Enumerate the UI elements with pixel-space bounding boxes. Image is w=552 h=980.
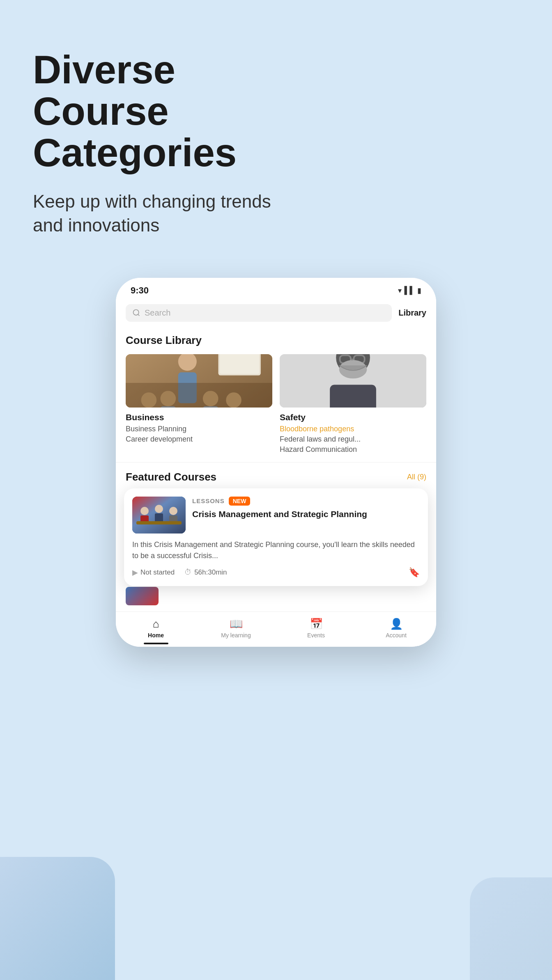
clock-icon: ⏱ <box>184 568 192 577</box>
nav-my-learning-label: My learning <box>221 632 251 639</box>
course-duration-text: 56h:30min <box>194 568 227 577</box>
course-card-top: LESSONS NEW Crisis Management and Strate… <box>132 497 420 534</box>
nav-events[interactable]: 📅 Events <box>276 618 356 644</box>
person-icon: 👤 <box>390 618 403 630</box>
business-item-1: Business Planning <box>126 425 272 433</box>
nav-account-label: Account <box>386 632 407 639</box>
course-meta: ▶ Not started ⏱ 56h:30min 🔖 <box>132 567 420 578</box>
course-info: LESSONS NEW Crisis Management and Strate… <box>192 497 420 534</box>
bookmark-icon[interactable]: 🔖 <box>409 567 420 578</box>
business-category-name: Business <box>126 412 272 422</box>
status-bar: 9:30 ▾ ▌▌ ▮ <box>116 278 436 300</box>
course-title: Crisis Management and Strategic Planning <box>192 509 367 519</box>
course-description: In this Crisis Management and Strategic … <box>132 539 420 561</box>
lessons-badge-row: LESSONS NEW <box>192 497 420 506</box>
search-area: Search Library <box>116 300 436 327</box>
svg-point-7 <box>161 391 176 406</box>
safety-category-image <box>280 354 426 408</box>
partial-course-thumbnail <box>126 587 159 605</box>
svg-point-9 <box>203 391 218 406</box>
safety-item-2: Federal laws and regul... <box>280 435 426 444</box>
book-icon: 📖 <box>230 618 243 630</box>
hero-title: Diverse Course Categories <box>33 49 320 173</box>
play-icon: ▶ <box>132 568 138 577</box>
battery-icon: ▮ <box>417 286 421 295</box>
category-grid: Business Business Planning Career develo… <box>126 354 426 456</box>
calendar-icon: 📅 <box>310 618 323 630</box>
nav-my-learning[interactable]: 📖 My learning <box>196 618 276 644</box>
lessons-badge-text: LESSONS <box>192 497 225 504</box>
featured-courses-all[interactable]: All (9) <box>407 473 426 481</box>
course-card[interactable]: LESSONS NEW Crisis Management and Strate… <box>124 488 428 586</box>
nav-home-label: Home <box>148 632 164 639</box>
safety-img-inner <box>280 354 426 408</box>
new-badge: NEW <box>229 497 251 506</box>
featured-courses-section: Featured Courses All (9) <box>116 462 436 488</box>
phone-container: 9:30 ▾ ▌▌ ▮ Search Library Course Librar… <box>108 278 444 647</box>
nav-home[interactable]: ⌂ Home <box>116 618 196 644</box>
svg-rect-14 <box>220 354 259 374</box>
svg-rect-4 <box>178 372 197 403</box>
home-active-indicator <box>144 643 168 644</box>
safety-item-1: Bloodborne pathogens <box>280 425 426 433</box>
category-card-safety[interactable]: Safety Bloodborne pathogens Federal laws… <box>280 354 426 456</box>
home-icon: ⌂ <box>153 618 159 630</box>
business-item-2: Career development <box>126 435 272 444</box>
deco-shape-left <box>0 857 115 980</box>
course-status-text: Not started <box>140 568 175 577</box>
status-time: 9:30 <box>131 285 149 296</box>
course-duration: ⏱ 56h:30min <box>184 568 227 577</box>
phone-mockup: 9:30 ▾ ▌▌ ▮ Search Library Course Librar… <box>116 278 436 647</box>
svg-rect-10 <box>203 406 218 408</box>
svg-rect-21 <box>330 385 376 408</box>
bottom-nav: ⌂ Home 📖 My learning 📅 Events 👤 Account <box>116 611 436 647</box>
svg-rect-8 <box>161 406 176 408</box>
status-icons: ▾ ▌▌ ▮ <box>398 286 421 295</box>
nav-account[interactable]: 👤 Account <box>356 618 436 644</box>
svg-point-28 <box>169 507 177 515</box>
category-card-business[interactable]: Business Business Planning Career develo… <box>126 354 272 456</box>
business-category-image <box>126 354 272 408</box>
search-icon <box>132 309 140 317</box>
svg-point-11 <box>226 392 242 408</box>
search-input-wrapper[interactable]: Search <box>126 304 392 322</box>
hero-section: Diverse Course Categories Keep up with c… <box>0 0 552 261</box>
svg-point-0 <box>133 310 139 315</box>
deco-shape-right <box>470 877 552 980</box>
svg-rect-30 <box>136 521 182 524</box>
search-placeholder: Search <box>145 308 170 318</box>
safety-item-3: Hazard Communication <box>280 445 426 454</box>
nav-events-label: Events <box>307 632 325 639</box>
svg-point-5 <box>141 392 157 408</box>
course-thumbnail <box>132 497 186 534</box>
wifi-icon: ▾ <box>398 286 402 295</box>
hero-subtitle: Keep up with changing trends and innovat… <box>33 190 271 236</box>
signal-icon: ▌▌ <box>404 286 415 295</box>
partial-course-card <box>116 586 436 607</box>
course-library-section: Course Library <box>116 327 436 462</box>
svg-point-26 <box>155 505 163 513</box>
featured-courses-title: Featured Courses <box>126 471 216 483</box>
library-label[interactable]: Library <box>398 308 426 318</box>
svg-point-24 <box>140 507 149 515</box>
course-status: ▶ Not started <box>132 568 175 577</box>
business-img-inner <box>126 354 272 408</box>
safety-category-name: Safety <box>280 412 426 422</box>
course-library-title: Course Library <box>126 334 426 347</box>
